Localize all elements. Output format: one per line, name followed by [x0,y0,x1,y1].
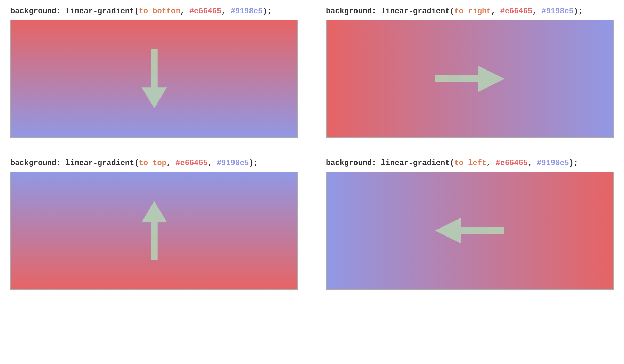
gradient-box-to-top [10,172,298,290]
label-to-right: background: linear-gradient(to right, #e… [326,7,614,16]
label-to-top: background: linear-gradient(to top, #e66… [10,159,298,167]
arrow-left-icon [435,215,504,246]
svg-rect-2 [435,75,483,82]
svg-marker-4 [142,201,167,222]
panel-to-bottom: background: linear-gradient(to bottom, #… [10,7,298,138]
svg-marker-3 [478,66,504,92]
panel-to-top: background: linear-gradient(to top, #e66… [10,159,298,290]
panel-to-left: background: linear-gradient(to left, #e6… [326,159,614,290]
gradient-box-to-bottom [10,20,298,138]
panel-to-right: background: linear-gradient(to right, #e… [326,7,614,138]
label-to-bottom: background: linear-gradient(to bottom, #… [10,7,298,16]
gradient-box-to-right [326,20,614,138]
main-grid: background: linear-gradient(to bottom, #… [10,7,614,290]
arrow-down-icon [140,49,168,108]
svg-rect-5 [151,220,157,260]
arrow-up-icon [140,201,168,260]
arrow-right-icon [435,63,504,94]
gradient-box-to-left [326,172,614,290]
label-to-left: background: linear-gradient(to left, #e6… [326,159,614,167]
svg-marker-1 [142,87,167,108]
svg-rect-0 [151,49,157,89]
svg-rect-7 [457,227,505,234]
